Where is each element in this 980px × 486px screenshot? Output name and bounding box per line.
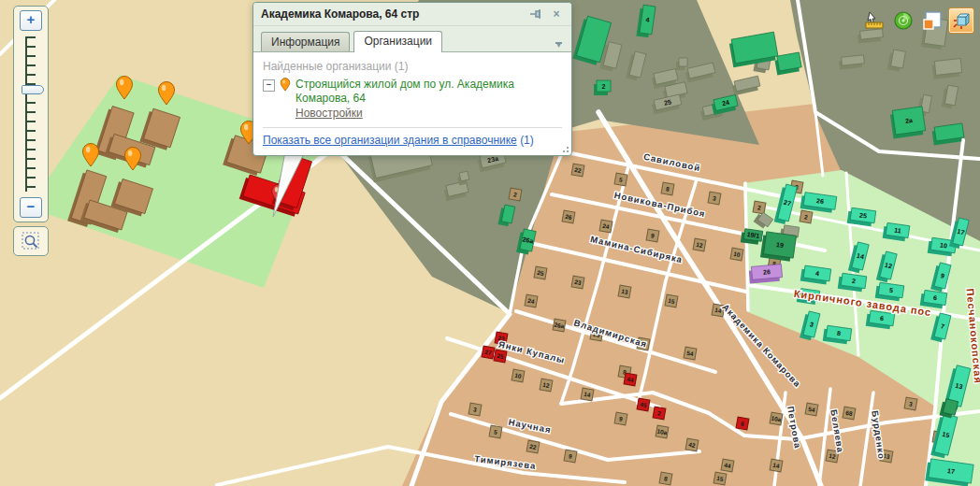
resize-grip[interactable] <box>561 145 569 152</box>
highlighted-building: 25 <box>494 350 507 363</box>
measure-tool-icon <box>864 10 885 31</box>
plot-building: 5 <box>614 173 627 186</box>
radar-button[interactable] <box>890 7 916 34</box>
plot-building: 8 <box>659 472 672 485</box>
plot-building: 44 <box>721 459 734 472</box>
organization-name-link[interactable]: Строящийся жилой дом по ул. Академика Ко… <box>295 78 514 105</box>
building-label: 26 <box>816 197 825 205</box>
building-label: 25 <box>859 211 868 219</box>
highlighted-building: 2 <box>653 407 666 420</box>
organization-category-link[interactable]: Новостройки <box>295 107 363 121</box>
plot-building: 25 <box>534 266 547 279</box>
popup-titlebar: Академика Комарова, 64 стр × <box>253 3 571 26</box>
plot-building: 3 <box>708 192 721 205</box>
zoom-in-button[interactable]: + <box>20 10 42 31</box>
info-popup: Академика Комарова, 64 стр × Информация … <box>252 2 572 156</box>
radar-icon <box>893 10 914 31</box>
show-all-organizations-link[interactable]: Показать все организации здания в справо… <box>263 134 517 147</box>
plot-building: 10 <box>512 369 525 382</box>
building-label: 11 <box>894 227 901 235</box>
plot-building: 2 <box>800 210 813 223</box>
pin-icon[interactable] <box>528 7 543 21</box>
building-3d: 2а <box>889 107 926 139</box>
plot-building: 24 <box>525 294 538 307</box>
building-label: 26 <box>763 268 771 276</box>
popup-tabs: Информация Организации ▾ <box>253 26 571 52</box>
highlighted-building: 6 <box>736 417 749 430</box>
popup-footer: Показать все организации здания в справо… <box>263 134 562 148</box>
plot-building: 26 <box>562 210 575 223</box>
tab-organizations[interactable]: Организации <box>353 31 442 52</box>
org-pin-icon <box>280 78 291 94</box>
plot-building: 12 <box>693 238 706 251</box>
plot-building: 42 <box>685 438 699 451</box>
building-label: 10 <box>940 241 948 249</box>
plot-building: 10а <box>656 425 669 438</box>
plot-building: 3 <box>904 397 917 410</box>
highlighted-building: 44 <box>624 373 637 386</box>
organization-text: Строящийся жилой дом по ул. Академика Ко… <box>295 78 562 121</box>
plot-building: 9 <box>564 450 577 463</box>
building-label: 2 <box>602 83 606 90</box>
plot-building: 5 <box>489 425 502 438</box>
building-3d <box>931 59 962 79</box>
highlighted-building: 27 <box>482 346 495 359</box>
organizations-count: (1) <box>520 134 534 147</box>
plot-building: 3 <box>468 403 482 416</box>
close-icon[interactable]: × <box>549 7 564 21</box>
3d-buildings-button[interactable] <box>948 7 974 34</box>
plot-building: 9 <box>614 412 627 425</box>
plot-building: 8 <box>661 182 674 195</box>
area-zoom-button[interactable] <box>13 226 49 256</box>
building-3d: 26 <box>748 264 782 284</box>
overview-window-button[interactable] <box>919 7 945 34</box>
plot-building: 10а <box>770 412 783 425</box>
plot-building: 14 <box>581 388 594 401</box>
plot-building: 15 <box>713 472 727 485</box>
plot-building: 26а <box>553 319 566 332</box>
zoom-out-button[interactable]: − <box>20 197 42 218</box>
popup-body: Найденные организации (1) − Строящийся ж… <box>253 52 571 155</box>
plot-building: 54 <box>805 403 818 416</box>
plot-building: 15 <box>665 294 678 307</box>
plot-building: 2 <box>509 188 522 201</box>
map-toolbar <box>861 7 974 34</box>
plot-building: 2 <box>753 201 766 214</box>
found-organizations-label: Найденные организации (1) <box>263 60 562 73</box>
measure-tool-button[interactable] <box>861 7 887 34</box>
popup-title: Академика Комарова, 64 стр <box>261 7 523 21</box>
tree-collapse-icon[interactable]: − <box>263 79 275 92</box>
plot-building: 22 <box>571 164 584 177</box>
plot-building: 14 <box>770 459 783 472</box>
building-3d: 19 <box>760 231 797 262</box>
zoom-control: + − <box>13 6 49 222</box>
plot-building: 68 <box>843 407 856 420</box>
plot-building: 10 <box>730 248 743 261</box>
plot-building: 24 <box>599 220 612 233</box>
divider <box>263 127 562 128</box>
collapse-panel-icon[interactable]: ▾ <box>555 42 564 51</box>
overview-window-icon <box>922 10 943 31</box>
zoom-slider-ticks <box>25 36 36 192</box>
highlighted-building: 45 <box>637 398 650 411</box>
plot-building: 9 <box>646 229 659 242</box>
plot-building: 23 <box>571 276 584 289</box>
plot-building: 12 <box>540 379 553 392</box>
3d-buildings-icon <box>951 10 972 31</box>
tab-information[interactable]: Информация <box>261 32 350 51</box>
magnifier-icon <box>21 231 41 251</box>
plot-building: 54 <box>684 347 697 360</box>
plot-building: 13 <box>618 285 631 298</box>
building-label: 2а <box>905 117 914 124</box>
zoom-slider[interactable] <box>22 36 39 192</box>
building-label: 17 <box>947 467 956 475</box>
map-application: 22583232262491210825231315142426а2830541… <box>0 0 980 486</box>
plot-building: 22 <box>526 440 540 453</box>
building-label: 19 <box>776 241 785 249</box>
organization-item: − Строящийся жилой дом по ул. Академика … <box>263 78 562 121</box>
zoom-slider-handle[interactable] <box>22 85 44 94</box>
